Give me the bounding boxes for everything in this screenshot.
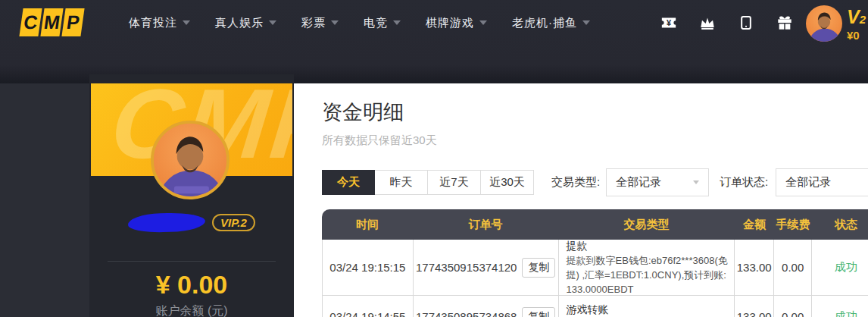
- cell-order-id: 1774350895734868 复制: [414, 296, 559, 317]
- nav-item-live-casino[interactable]: 真人娱乐: [215, 16, 276, 30]
- col-header-status: 状态: [812, 218, 868, 232]
- chevron-down-icon: [393, 20, 401, 25]
- chevron-down-icon: [582, 20, 590, 25]
- nav-item-label: 老虎机·捕鱼: [512, 16, 577, 30]
- nav-item-label: 真人娱乐: [215, 16, 264, 30]
- nav-item-label: 体育投注: [129, 16, 177, 30]
- type-main: 游戏转账: [567, 302, 609, 317]
- cell-type: 提款 提款到数字EB钱包:eb76f2***3608(免提) ,汇率=1EBDT…: [559, 240, 735, 295]
- chevron-down-icon: [331, 20, 339, 25]
- logo-letter: M: [40, 8, 63, 36]
- status-badge: 成功: [812, 296, 868, 317]
- chevron-down-icon: [693, 180, 699, 184]
- type-detail: 提款到数字EB钱包:eb76f2***3608(免提) ,汇率=1EBDT:1.…: [567, 253, 729, 297]
- header-icon-group: ¥: [660, 14, 793, 31]
- profile-avatar[interactable]: [151, 121, 229, 199]
- tab-last-7-days[interactable]: 近7天: [428, 170, 481, 195]
- nav-item-label: 棋牌游戏: [426, 16, 474, 30]
- order-status-label: 订单状态:: [720, 175, 768, 190]
- cell-fee: 0.00: [774, 296, 812, 317]
- svg-text:¥: ¥: [667, 18, 672, 27]
- header-balance: ¥0: [847, 30, 866, 41]
- user-avatar[interactable]: [806, 5, 842, 42]
- crown-icon[interactable]: [699, 14, 716, 31]
- nav-item-sports[interactable]: 体育投注: [129, 16, 190, 30]
- table-header-row: 时间 订单号 交易类型 金额 手续费 状态: [322, 209, 868, 240]
- nav-item-label: 电竞: [364, 16, 388, 30]
- order-status-value: 全部记录: [785, 175, 831, 190]
- nav-item-esports[interactable]: 电竞: [364, 16, 401, 30]
- col-header-time: 时间: [322, 218, 413, 232]
- cell-amount: 133.00: [735, 296, 774, 317]
- status-badge: 成功: [812, 240, 868, 295]
- order-id-value: 1774350895734868: [416, 310, 517, 317]
- sidebar-divider: [108, 261, 276, 262]
- nav-item-lottery[interactable]: 彩票: [301, 16, 339, 30]
- cell-amount: 133.00: [735, 240, 774, 295]
- order-id-value: 1774350915374120: [416, 261, 517, 274]
- nav-item-slots-fishing[interactable]: 老虎机·捕鱼: [512, 16, 590, 30]
- coupon-icon[interactable]: ¥: [660, 14, 677, 31]
- account-balance-label: 账户余额 (元): [89, 303, 294, 317]
- brand-logo[interactable]: C M P: [19, 8, 84, 36]
- profile-sidebar: CMP VIP.2 ¥ 0.00 账户余额 (元): [89, 74, 294, 317]
- tab-today[interactable]: 今天: [322, 170, 375, 195]
- cell-order-id: 1774350915374120 复制: [414, 240, 559, 295]
- username-censored: [128, 212, 206, 234]
- tab-yesterday[interactable]: 昨天: [375, 170, 428, 195]
- funds-table: 时间 订单号 交易类型 金额 手续费 状态 03/24 19:15:15 177…: [322, 209, 868, 317]
- vip-level-letter: V: [847, 6, 860, 27]
- logo-letter: C: [19, 8, 42, 36]
- chevron-down-icon: [183, 20, 190, 25]
- page-title: 资金明细: [322, 99, 404, 126]
- nav-item-board-games[interactable]: 棋牌游戏: [426, 16, 487, 30]
- order-status-select[interactable]: 全部记录: [776, 168, 868, 196]
- chevron-down-icon: [479, 20, 487, 25]
- chevron-down-icon: [269, 20, 276, 25]
- transaction-type-value: 全部记录: [616, 175, 661, 190]
- transaction-type-label: 交易类型:: [551, 175, 600, 190]
- tab-last-30-days[interactable]: 近30天: [481, 170, 534, 195]
- transaction-type-select[interactable]: 全部记录: [606, 168, 709, 196]
- main-nav: 体育投注 真人娱乐 彩票 电竞 棋牌游戏 老虎机·捕鱼: [129, 0, 590, 46]
- account-balance: ¥ 0.00: [89, 270, 294, 300]
- cell-time: 03/24 19:15:15: [323, 240, 414, 295]
- col-header-fee: 手续费: [774, 218, 812, 232]
- gift-icon[interactable]: [776, 14, 793, 31]
- cell-type: 游戏转账 CC彩票转账到中心钱包: [559, 296, 735, 317]
- type-main: 提款: [567, 238, 588, 253]
- user-level-balance[interactable]: V2 ¥0: [847, 8, 866, 41]
- table-row: 03/24 19:14:55 1774350895734868 复制 游戏转账 …: [322, 296, 868, 317]
- copy-button[interactable]: 复制: [522, 307, 555, 317]
- nav-item-label: 彩票: [301, 16, 326, 30]
- copy-button[interactable]: 复制: [522, 258, 555, 278]
- col-header-amount: 金额: [735, 218, 774, 232]
- col-header-type: 交易类型: [558, 218, 735, 232]
- vip-level-number: 2: [860, 13, 866, 26]
- cell-fee: 0.00: [774, 240, 812, 295]
- username-row: VIP.2: [89, 213, 294, 232]
- table-row: 03/24 19:15:15 1774350915374120 复制 提款 提款…: [322, 240, 868, 296]
- page-subtitle: 所有数据只保留近30天: [322, 133, 437, 148]
- vip-badge: VIP.2: [212, 214, 255, 231]
- date-range-tabs: 今天 昨天 近7天 近30天: [322, 170, 534, 195]
- logo-letter: P: [61, 8, 84, 36]
- top-header: C M P 体育投注 真人娱乐 彩票 电竞 棋牌游戏 老虎机·捕鱼: [0, 0, 868, 83]
- cell-time: 03/24 19:14:55: [323, 296, 414, 317]
- col-header-order-id: 订单号: [413, 218, 558, 232]
- mobile-icon[interactable]: [738, 14, 754, 31]
